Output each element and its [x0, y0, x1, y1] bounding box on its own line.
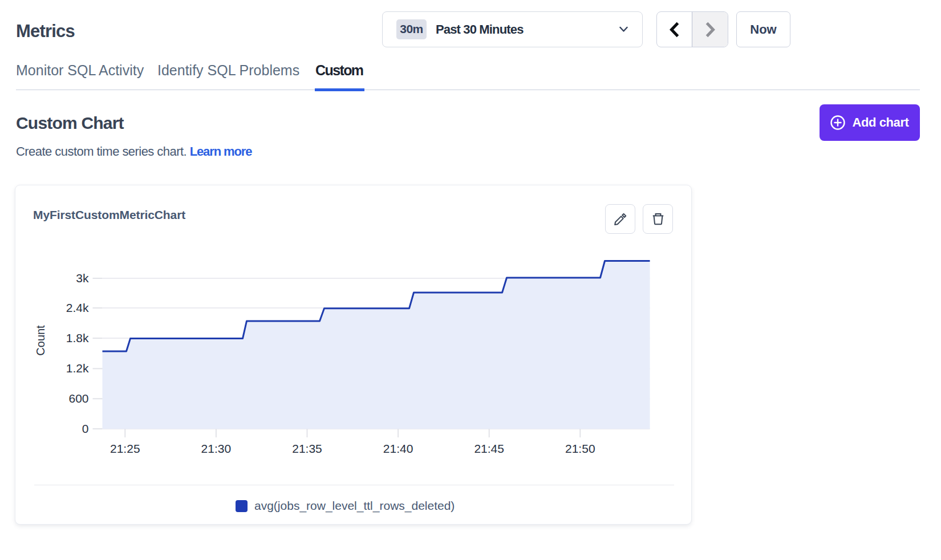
svg-text:21:25: 21:25 — [110, 442, 140, 455]
svg-text:3k: 3k — [76, 271, 89, 285]
svg-text:0: 0 — [82, 422, 89, 435]
svg-text:Count: Count — [34, 325, 47, 356]
svg-text:21:50: 21:50 — [565, 442, 595, 455]
svg-text:21:45: 21:45 — [474, 442, 504, 455]
svg-text:1.8k: 1.8k — [66, 331, 89, 344]
svg-text:1.2k: 1.2k — [66, 362, 89, 375]
svg-text:21:40: 21:40 — [383, 442, 413, 455]
svg-text:21:30: 21:30 — [201, 442, 232, 455]
svg-text:600: 600 — [68, 392, 88, 405]
svg-text:21:35: 21:35 — [292, 442, 322, 455]
svg-text:2.4k: 2.4k — [66, 301, 89, 314]
